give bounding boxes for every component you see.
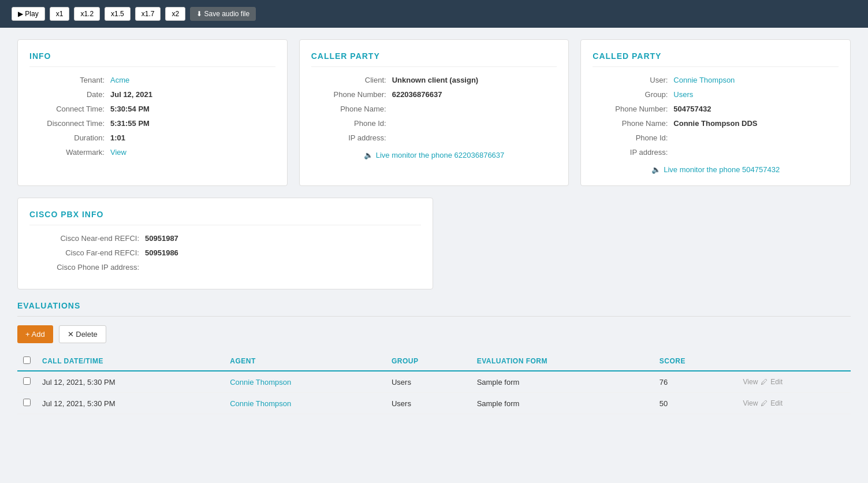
caller-phone-id-row: Phone Id:: [311, 119, 557, 128]
eval-row-actions: View 🖊 Edit: [737, 393, 851, 414]
eval-view-link[interactable]: View: [743, 378, 758, 386]
volume-icon: 🔈: [364, 151, 373, 159]
called-group-row: Group: Users: [593, 90, 839, 99]
called-group-label: Group:: [593, 90, 673, 99]
caller-phone-number-row: Phone Number: 622036876637: [311, 90, 557, 99]
caller-phone-name-label: Phone Name:: [311, 105, 392, 113]
audio-player-bar: ▶ Play x1 x1.2 x1.5 x1.7 x2 ⬇ Save audio…: [0, 0, 868, 28]
info-tenant-row: Tenant: Acme: [29, 76, 275, 84]
evaluations-section: EVALUATIONS + Add ✕ Delete CALL DATE/TIM…: [17, 301, 851, 414]
caller-party-fields: Client: Unknown client (assign) Phone Nu…: [311, 76, 557, 142]
called-live-monitor-link[interactable]: 🔈 Live monitor the phone 504757432: [593, 165, 839, 174]
cisco-near-end-label: Cisco Near-end REFCI:: [29, 234, 145, 243]
eval-edit-link[interactable]: Edit: [770, 399, 783, 407]
speed-x2-button[interactable]: x2: [165, 7, 185, 21]
eval-row-form: Sample form: [471, 371, 654, 393]
eval-row-actions: View 🖊 Edit: [737, 371, 851, 393]
caller-live-monitor-link[interactable]: 🔈 Live monitor the phone 622036876637: [311, 151, 557, 159]
info-watermark-row: Watermark: View: [29, 148, 275, 157]
caller-phone-number-label: Phone Number:: [311, 90, 392, 99]
info-connect-row: Connect Time: 5:30:54 PM: [29, 105, 275, 113]
select-all-checkbox[interactable]: [23, 356, 31, 364]
eval-header-form: EVALUATION FORM: [471, 352, 654, 371]
called-phone-id-label: Phone Id:: [593, 133, 673, 142]
speed-x1-button[interactable]: x1: [50, 7, 70, 21]
info-tenant-value[interactable]: Acme: [110, 76, 129, 84]
speed-x1-2-button[interactable]: x1.2: [74, 7, 100, 21]
caller-party-title: CALLER PARTY: [311, 51, 557, 67]
info-date-value: Jul 12, 2021: [110, 90, 152, 99]
eval-table-row: Jul 12, 2021, 5:30 PM Connie Thompson Us…: [17, 371, 851, 393]
cisco-phone-ip-row: Cisco Phone IP address:: [29, 263, 421, 272]
eval-row-group: Users: [386, 371, 471, 393]
info-connect-value: 5:30:54 PM: [110, 105, 150, 113]
volume-icon-2: 🔈: [651, 165, 661, 174]
eval-header-date: CALL DATE/TIME: [36, 352, 224, 371]
caller-client-row: Client: Unknown client (assign): [311, 76, 557, 84]
eval-row-checkbox[interactable]: [17, 393, 36, 414]
info-disconnect-label: Disconnect Time:: [29, 119, 110, 128]
eval-row-group: Users: [386, 393, 471, 414]
cisco-far-end-value: 50951986: [145, 248, 178, 257]
info-card: INFO Tenant: Acme Date: Jul 12, 2021 Con…: [17, 39, 288, 186]
called-phone-name-value: Connie Thompson DDS: [673, 119, 757, 128]
evaluations-title: EVALUATIONS: [17, 301, 851, 317]
info-fields: Tenant: Acme Date: Jul 12, 2021 Connect …: [29, 76, 275, 157]
eval-edit-link[interactable]: Edit: [770, 378, 783, 386]
cisco-pbx-card: CISCO PBX INFO Cisco Near-end REFCI: 509…: [17, 198, 433, 289]
called-phone-name-row: Phone Name: Connie Thompson DDS: [593, 119, 839, 128]
eval-row-checkbox[interactable]: [17, 371, 36, 393]
info-connect-label: Connect Time:: [29, 105, 110, 113]
caller-client-value: Unknown client (assign): [392, 76, 479, 84]
called-phone-number-label: Phone Number:: [593, 105, 673, 113]
called-user-value[interactable]: Connie Thompson: [673, 76, 735, 84]
info-cards-row: INFO Tenant: Acme Date: Jul 12, 2021 Con…: [17, 39, 851, 186]
assign-link[interactable]: assign: [452, 76, 476, 84]
cisco-pbx-title: CISCO PBX INFO: [29, 210, 421, 225]
caller-ip-label: IP address:: [311, 133, 392, 142]
called-party-fields: User: Connie Thompson Group: Users Phone…: [593, 76, 839, 157]
eval-action-divider: 🖊: [761, 378, 768, 386]
info-duration-value: 1:01: [110, 133, 125, 142]
called-user-label: User:: [593, 76, 673, 84]
called-ip-row: IP address:: [593, 148, 839, 157]
play-button[interactable]: ▶ Play: [12, 7, 45, 21]
eval-header-actions: [737, 352, 851, 371]
called-phone-number-value: 504757432: [673, 105, 711, 113]
eval-action-divider: 🖊: [761, 399, 768, 407]
called-party-card: CALLED PARTY User: Connie Thompson Group…: [580, 39, 851, 186]
eval-row-form: Sample form: [471, 393, 654, 414]
called-party-title: CALLED PARTY: [593, 51, 839, 67]
speed-x1-7-button[interactable]: x1.7: [135, 7, 161, 21]
info-card-title: INFO: [29, 51, 275, 67]
eval-view-link[interactable]: View: [743, 399, 758, 407]
caller-client-label: Client:: [311, 76, 392, 84]
eval-table-row: Jul 12, 2021, 5:30 PM Connie Thompson Us…: [17, 393, 851, 414]
eval-agent-link[interactable]: Connie Thompson: [230, 378, 291, 387]
eval-agent-link[interactable]: Connie Thompson: [230, 399, 291, 408]
info-watermark-label: Watermark:: [29, 148, 110, 157]
save-audio-button[interactable]: ⬇ Save audio file: [190, 7, 256, 21]
info-watermark-link[interactable]: View: [110, 148, 126, 157]
caller-phone-number-value: 622036876637: [392, 90, 442, 99]
eval-actions: + Add ✕ Delete: [17, 325, 851, 343]
info-date-label: Date:: [29, 90, 110, 99]
called-phone-name-label: Phone Name:: [593, 119, 673, 128]
info-date-row: Date: Jul 12, 2021: [29, 90, 275, 99]
caller-live-monitor-text: Live monitor the phone 622036876637: [376, 151, 505, 159]
eval-row-agent: Connie Thompson: [224, 393, 386, 414]
info-tenant-label: Tenant:: [29, 76, 110, 84]
info-disconnect-value: 5:31:55 PM: [110, 119, 150, 128]
called-group-value[interactable]: Users: [673, 90, 693, 99]
eval-row-agent: Connie Thompson: [224, 371, 386, 393]
cisco-near-end-row: Cisco Near-end REFCI: 50951987: [29, 234, 421, 243]
info-duration-row: Duration: 1:01: [29, 133, 275, 142]
speed-x1-5-button[interactable]: x1.5: [105, 7, 131, 21]
delete-evaluation-button[interactable]: ✕ Delete: [59, 325, 106, 343]
add-evaluation-button[interactable]: + Add: [17, 325, 53, 343]
eval-row-date: Jul 12, 2021, 5:30 PM: [36, 393, 224, 414]
cisco-pbx-fields: Cisco Near-end REFCI: 50951987 Cisco Far…: [29, 234, 421, 272]
eval-row-score: 50: [654, 393, 737, 414]
main-content: INFO Tenant: Acme Date: Jul 12, 2021 Con…: [0, 28, 868, 483]
info-disconnect-row: Disconnect Time: 5:31:55 PM: [29, 119, 275, 128]
